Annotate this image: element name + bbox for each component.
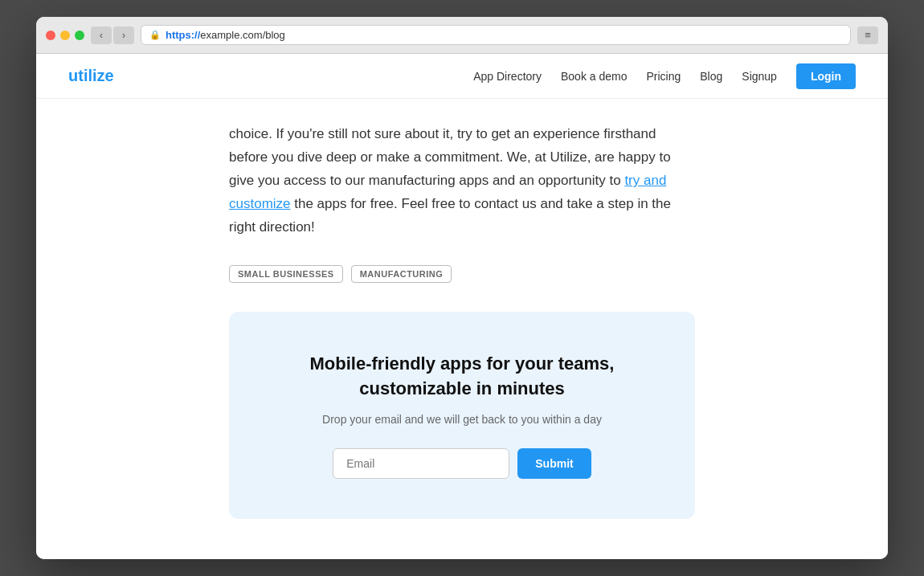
article-paragraph: choice. If you're still not sure about i…	[229, 123, 695, 239]
traffic-lights	[46, 31, 84, 40]
nav-blog[interactable]: Blog	[700, 70, 722, 83]
browser-window: ‹ › 🔒 https://example.com/blog ≡ utilize…	[36, 17, 888, 558]
site-navbar: utilize App Directory Book a demo Pricin…	[36, 54, 888, 99]
article-text-after-link: the apps for free. Feel free to contact …	[229, 196, 671, 235]
nav-signup[interactable]: Signup	[742, 70, 777, 83]
email-input[interactable]	[333, 448, 509, 479]
maximize-button[interactable]	[75, 31, 84, 40]
nav-pricing[interactable]: Pricing	[646, 70, 681, 83]
back-button[interactable]: ‹	[91, 27, 112, 44]
lock-icon: 🔒	[149, 30, 161, 40]
tag-manufacturing[interactable]: MANUFACTURING	[351, 265, 452, 283]
cta-form: Submit	[261, 448, 663, 479]
nav-buttons: ‹ ›	[91, 27, 134, 44]
submit-button[interactable]: Submit	[517, 448, 591, 479]
cta-subtitle: Drop your email and we will get back to …	[261, 413, 663, 426]
url-text: https://example.com/blog	[166, 29, 285, 41]
tag-small-businesses[interactable]: SMALL BUSINESSES	[229, 265, 343, 283]
minimize-button[interactable]	[60, 31, 70, 40]
article-area: choice. If you're still not sure about i…	[229, 123, 695, 518]
close-button[interactable]	[46, 31, 55, 40]
nav-app-directory[interactable]: App Directory	[473, 70, 542, 83]
article-text-before-link: choice. If you're still not sure about i…	[229, 126, 671, 188]
login-button[interactable]: Login	[796, 63, 856, 89]
cta-box: Mobile-friendly apps for your teams, cus…	[229, 312, 695, 519]
page-content: choice. If you're still not sure about i…	[36, 99, 888, 558]
browser-chrome: ‹ › 🔒 https://example.com/blog ≡	[36, 17, 888, 54]
nav-book-demo[interactable]: Book a demo	[561, 70, 628, 83]
browser-menu-button[interactable]: ≡	[857, 27, 878, 44]
site-logo: utilize	[68, 67, 473, 85]
cta-title: Mobile-friendly apps for your teams, cus…	[261, 352, 663, 402]
tags-area: SMALL BUSINESSES MANUFACTURING	[229, 265, 695, 283]
forward-button[interactable]: ›	[113, 27, 134, 44]
site-nav: App Directory Book a demo Pricing Blog S…	[473, 63, 856, 89]
address-bar[interactable]: 🔒 https://example.com/blog	[141, 25, 851, 45]
